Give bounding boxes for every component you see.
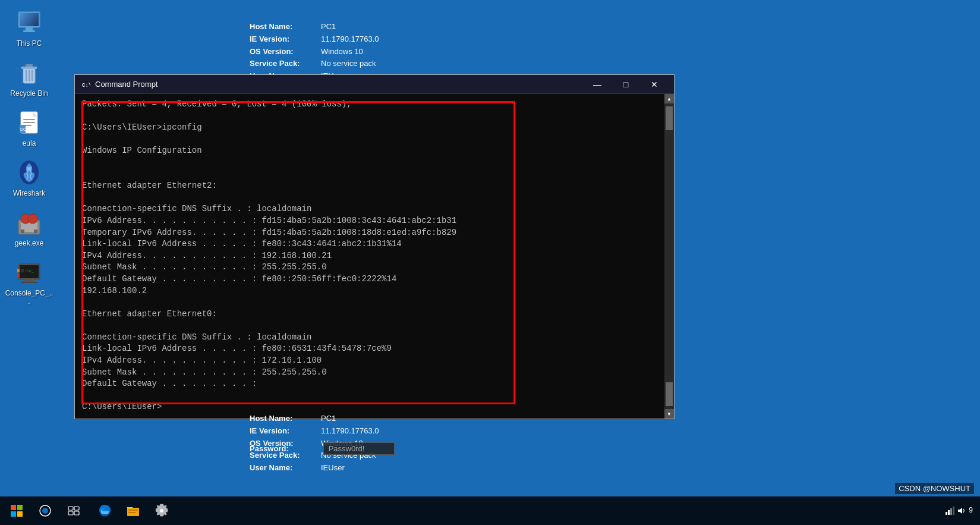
ie-version-label: IE Version: bbox=[250, 33, 321, 46]
ie-version-label-bottom: IE Version: bbox=[250, 425, 321, 438]
svg-rect-46 bbox=[128, 512, 136, 513]
svg-rect-37 bbox=[17, 511, 23, 517]
recycle-bin-icon bbox=[15, 58, 43, 87]
svg-rect-36 bbox=[11, 511, 16, 517]
cmd-window-controls: — □ ✕ bbox=[584, 76, 668, 93]
system-info-top: Host Name:PC1 IE Version:11.1790.17763.0… bbox=[250, 21, 379, 83]
cmd-app-icon: C:\ bbox=[81, 80, 90, 89]
cmd-window-title: Command Prompt bbox=[95, 80, 584, 89]
taskbar-time: 9 bbox=[969, 506, 973, 515]
os-version-value: Windows 10 bbox=[321, 47, 363, 56]
svg-rect-3 bbox=[26, 27, 33, 30]
password-area: Password: bbox=[250, 442, 395, 455]
minimize-button[interactable]: — bbox=[584, 76, 611, 93]
svg-rect-24 bbox=[34, 230, 37, 233]
host-name-value: PC1 bbox=[321, 22, 336, 31]
user-name-value-bottom: IEUser bbox=[321, 463, 345, 472]
svg-rect-49 bbox=[950, 508, 952, 515]
svg-rect-12 bbox=[23, 119, 35, 120]
user-name-label-bottom: User Name: bbox=[250, 462, 321, 474]
svg-point-39 bbox=[42, 508, 48, 514]
taskbar-settings[interactable] bbox=[147, 496, 176, 525]
taskbar-file-explorer[interactable] bbox=[119, 496, 147, 525]
console-pc-icon: C:\>_ bbox=[15, 258, 43, 287]
cmd-body: Packets: Sent = 4, Received = 0, Lost = … bbox=[75, 94, 674, 419]
wireshark-icon bbox=[15, 158, 43, 187]
password-input[interactable] bbox=[323, 442, 395, 455]
desktop-icon-console-pc[interactable]: C:\>_ Console_PC_... bbox=[2, 256, 56, 308]
geek-exe-icon bbox=[15, 208, 43, 237]
taskbar-edge[interactable] bbox=[90, 496, 119, 525]
computer-icon bbox=[15, 8, 43, 37]
desktop-icon-eula[interactable]: DOC eula bbox=[2, 106, 56, 150]
service-pack-label: Service Pack: bbox=[250, 58, 321, 70]
svg-point-18 bbox=[27, 167, 31, 171]
desktop-icon-this-pc[interactable]: This PC bbox=[2, 6, 56, 50]
service-pack-value: No service pack bbox=[321, 59, 376, 68]
csdn-badge: CSDN @NOWSHUT bbox=[895, 483, 974, 494]
svg-text:DOC: DOC bbox=[20, 127, 30, 131]
cmd-scrollbar[interactable]: ▲ ▼ bbox=[664, 94, 674, 419]
this-pc-label: This PC bbox=[5, 39, 53, 48]
svg-rect-42 bbox=[68, 511, 73, 515]
svg-text:C:\: C:\ bbox=[82, 83, 90, 89]
geek-exe-label: geek.exe bbox=[5, 239, 53, 247]
eula-label: eula bbox=[5, 139, 53, 147]
svg-rect-41 bbox=[74, 507, 79, 510]
scroll-down-arrow[interactable]: ▼ bbox=[664, 409, 674, 419]
network-icon bbox=[945, 506, 954, 515]
password-label: Password: bbox=[250, 444, 321, 453]
host-name-label-bottom: Host Name: bbox=[250, 413, 321, 425]
svg-rect-4 bbox=[23, 30, 35, 32]
svg-rect-45 bbox=[128, 510, 138, 511]
cortana-button[interactable] bbox=[31, 496, 59, 525]
svg-rect-28 bbox=[23, 279, 35, 282]
scrollbar-thumb-top[interactable] bbox=[666, 106, 673, 130]
host-name-value-bottom: PC1 bbox=[321, 414, 336, 423]
taskbar-right: 9 bbox=[945, 506, 978, 515]
ie-version-value: 11.1790.17763.0 bbox=[321, 34, 379, 43]
svg-rect-50 bbox=[953, 507, 954, 515]
svg-rect-35 bbox=[17, 505, 23, 510]
volume-icon bbox=[957, 506, 966, 515]
desktop-icons: This PC Recycle Bin DOC bbox=[0, 0, 58, 308]
svg-rect-48 bbox=[948, 510, 950, 515]
svg-rect-43 bbox=[74, 511, 79, 515]
start-button[interactable] bbox=[2, 496, 31, 525]
svg-rect-23 bbox=[21, 230, 24, 233]
wireshark-label: Wireshark bbox=[5, 189, 53, 197]
taskbar-apps bbox=[90, 496, 945, 525]
task-view-button[interactable] bbox=[59, 496, 88, 525]
svg-rect-40 bbox=[68, 507, 73, 510]
svg-rect-47 bbox=[946, 512, 947, 515]
desktop-icon-geek-exe[interactable]: geek.exe bbox=[2, 206, 56, 250]
cmd-window: C:\ Command Prompt — □ ✕ Packets: Sent =… bbox=[74, 74, 675, 419]
os-version-label: OS Version: bbox=[250, 46, 321, 58]
desktop-icon-recycle-bin[interactable]: Recycle Bin bbox=[2, 56, 56, 100]
svg-rect-34 bbox=[11, 505, 16, 510]
taskbar: 9 bbox=[0, 496, 980, 525]
ie-version-value-bottom: 11.1790.17763.0 bbox=[321, 426, 379, 435]
svg-rect-31 bbox=[17, 269, 20, 272]
svg-rect-29 bbox=[21, 282, 37, 283]
scroll-up-arrow[interactable]: ▲ bbox=[664, 94, 674, 103]
cmd-output[interactable]: Packets: Sent = 4, Received = 0, Lost = … bbox=[75, 94, 664, 419]
console-pc-label: Console_PC_... bbox=[5, 289, 53, 306]
svg-rect-2 bbox=[20, 13, 39, 26]
document-icon: DOC bbox=[15, 108, 43, 137]
scrollbar-thumb-bottom[interactable] bbox=[666, 382, 673, 406]
svg-rect-7 bbox=[26, 64, 33, 67]
cmd-titlebar: C:\ Command Prompt — □ ✕ bbox=[75, 75, 674, 94]
close-button[interactable]: ✕ bbox=[641, 76, 668, 93]
maximize-button[interactable]: □ bbox=[612, 76, 639, 93]
svg-rect-13 bbox=[23, 122, 35, 123]
desktop-icon-wireshark[interactable]: Wireshark bbox=[2, 156, 56, 200]
svg-rect-6 bbox=[21, 67, 37, 69]
recycle-bin-label: Recycle Bin bbox=[5, 89, 53, 98]
host-name-label: Host Name: bbox=[250, 21, 321, 33]
svg-point-22 bbox=[28, 214, 37, 224]
svg-text:C:\>_: C:\>_ bbox=[21, 269, 34, 273]
scrollbar-track[interactable] bbox=[664, 103, 674, 409]
svg-rect-30 bbox=[17, 273, 20, 277]
